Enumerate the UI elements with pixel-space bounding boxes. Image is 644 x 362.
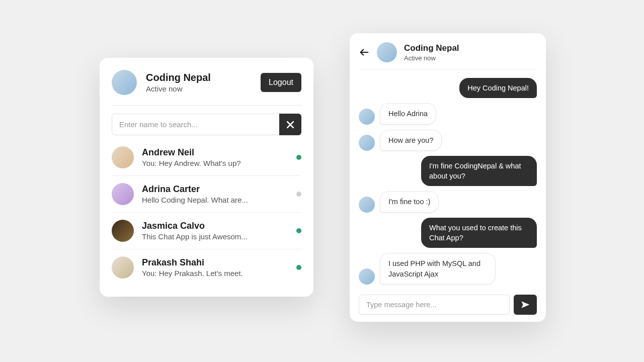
message-bubble: Hey Coding Nepal! [459,78,537,98]
list-item-text: Adrina Carter Hello Coding Nepal. What a… [142,184,288,204]
presence-dot-icon [296,155,301,160]
avatar [359,135,375,151]
search-bar [112,114,301,135]
close-icon [287,121,294,128]
composer [359,295,537,315]
message-incoming: How are you? [359,130,537,151]
message-input[interactable] [359,295,510,315]
avatar [112,183,134,205]
message-outgoing: Hey Coding Nepal! [359,78,537,98]
avatar [112,220,134,242]
list-item[interactable]: Prakash Shahi You: Hey Prakash. Let's me… [112,249,301,286]
profile-info: Coding Nepal Active now [146,72,252,93]
logout-button[interactable]: Logout [261,73,301,92]
avatar [112,146,134,168]
list-item[interactable]: Adrina Carter Hello Coding Nepal. What a… [112,176,301,213]
presence-dot-icon [296,192,301,197]
contact-status: Active now [404,54,537,62]
message-bubble: What you used to create this Chat App? [421,218,537,248]
users-header: Coding Nepal Active now Logout [112,70,301,106]
message-incoming: Hello Adrina [359,103,537,124]
list-item-preview: You: Hey Prakash. Let's meet. [142,269,288,278]
list-item[interactable]: Andrew Neil You: Hey Andrew. What's up? [112,139,301,176]
list-item-name: Andrew Neil [142,147,288,158]
send-icon [521,300,530,309]
list-item[interactable]: Jasmica Calvo This Chat App is just Awes… [112,213,301,249]
conversation-list: Andrew Neil You: Hey Andrew. What's up? … [112,139,301,286]
back-arrow-icon [359,47,370,58]
back-button[interactable] [359,47,370,58]
list-item-preview: Hello Coding Nepal. What are... [142,196,288,204]
avatar [359,268,375,285]
chat-panel: Coding Nepal Active now Hey Coding Nepal… [350,33,546,322]
search-input[interactable] [112,114,279,135]
message-outgoing: What you used to create this Chat App? [359,218,537,248]
search-clear-button[interactable] [279,114,301,135]
message-incoming: I used PHP with MySQL and JavaScript Aja… [359,253,537,285]
message-bubble: I used PHP with MySQL and JavaScript Aja… [380,253,496,285]
list-item-name: Jasmica Calvo [142,221,288,231]
avatar [112,256,134,279]
list-item-text: Prakash Shahi You: Hey Prakash. Let's me… [142,257,288,278]
message-bubble: Hello Adrina [380,103,436,124]
list-item-text: Jasmica Calvo This Chat App is just Awes… [142,221,288,241]
send-button[interactable] [514,295,537,315]
list-item-name: Prakash Shahi [142,257,288,268]
profile-status: Active now [146,84,252,93]
contact-name: Coding Nepal [404,43,537,53]
list-item-preview: This Chat App is just Awesom... [142,232,288,241]
message-incoming: I'm fine too :) [359,191,537,212]
presence-dot-icon [296,228,301,233]
message-bubble: I'm fine too :) [380,191,439,212]
presence-dot-icon [296,265,301,270]
message-list: Hey Coding Nepal! Hello Adrina How are y… [359,70,537,289]
avatar [359,197,375,213]
users-panel: Coding Nepal Active now Logout Andrew Ne… [100,58,313,297]
profile-name: Coding Nepal [146,72,252,83]
chat-header: Coding Nepal Active now [359,42,537,70]
avatar [377,42,397,62]
list-item-text: Andrew Neil You: Hey Andrew. What's up? [142,147,288,167]
message-bubble: How are you? [380,130,442,151]
avatar [112,70,137,95]
avatar [359,109,375,125]
list-item-name: Adrina Carter [142,184,288,195]
message-bubble: I'm fine CodingNepal & what about you? [421,156,537,187]
message-outgoing: I'm fine CodingNepal & what about you? [359,156,537,187]
contact-info: Coding Nepal Active now [404,43,537,62]
list-item-preview: You: Hey Andrew. What's up? [142,159,288,167]
